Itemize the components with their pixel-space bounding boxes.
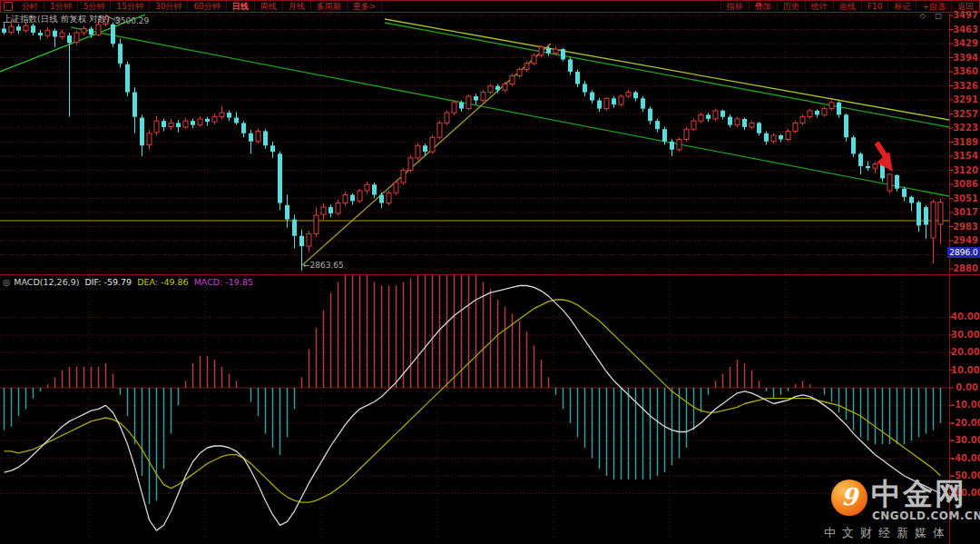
axis-label: 2949 xyxy=(951,236,978,245)
axis-label: 3120 xyxy=(951,166,978,175)
macd-value: MACD: -19.85 xyxy=(194,277,253,287)
axis-label: 40.00 xyxy=(951,312,978,321)
axis-label: 3429 xyxy=(951,39,978,48)
axis-label: 3017 xyxy=(951,208,978,217)
axis-label: 3051 xyxy=(951,194,978,203)
axis-label: 3463 xyxy=(951,25,978,35)
stock-chart-app: 分时1分钟5分钟15分钟30分钟60分钟日线周线月线多周期更多> 指标叠加历史统… xyxy=(0,0,980,544)
symbol-title: 上证指数(日线 前复权 对数) xyxy=(3,14,110,24)
watermark-tagline: 中文财经新媒体 xyxy=(824,525,951,541)
macd-name: MACD(12,26,9) xyxy=(14,277,79,287)
axis-label: 20.00 xyxy=(951,348,978,357)
axis-label: 3360 xyxy=(951,67,978,76)
low-annotation: ←2863.65 xyxy=(303,261,344,270)
high-annotation: 3500.29 xyxy=(115,16,149,25)
chart-title: 上证指数(日线 前复权 对数)◎ xyxy=(3,14,121,25)
axis-label: -20.00 xyxy=(951,419,978,428)
axis-label: 30.00 xyxy=(951,331,978,340)
dea-value: DEA: -49.86 xyxy=(137,277,189,287)
last-price-tag: 2896.0 xyxy=(947,247,980,258)
axis-label: 3154 xyxy=(951,152,978,161)
axis-label: 10.00 xyxy=(951,366,978,375)
axis-label: -30.00 xyxy=(951,436,978,445)
candlestick-chart[interactable] xyxy=(0,0,980,544)
axis-label: 3326 xyxy=(951,82,978,91)
axis-label: 3086 xyxy=(951,180,978,189)
axis-label: 3189 xyxy=(951,138,978,147)
cngold-logo-icon: 9 xyxy=(831,480,867,516)
axis-label: -40.00 xyxy=(951,454,978,463)
macd-header: ◎MACD(12,26,9)DIF: -59.79DEA: -49.86MACD… xyxy=(3,277,253,287)
chart-window-icons[interactable]: ◇ □ xyxy=(920,12,946,20)
axis-label: -10.00 xyxy=(951,401,978,410)
axis-label: 3257 xyxy=(951,110,978,119)
axis-label: 2983 xyxy=(951,223,978,232)
axis-label: 3394 xyxy=(951,54,978,63)
watermark-domain: CNGOLD.COM.CN xyxy=(872,509,980,522)
axis-label: 3291 xyxy=(951,95,978,104)
axis-label: 3223 xyxy=(951,124,978,133)
axis-label: 2880 xyxy=(951,264,978,273)
collapse-icon[interactable]: ◎ xyxy=(3,277,10,287)
watermark: 9 中金网 CNGOLD.COM.CN 中文财经新媒体 xyxy=(822,474,980,539)
dif-value: DIF: -59.79 xyxy=(84,277,132,287)
axis-label: 3497 xyxy=(951,11,978,20)
axis-label: 0.00 xyxy=(951,383,978,392)
